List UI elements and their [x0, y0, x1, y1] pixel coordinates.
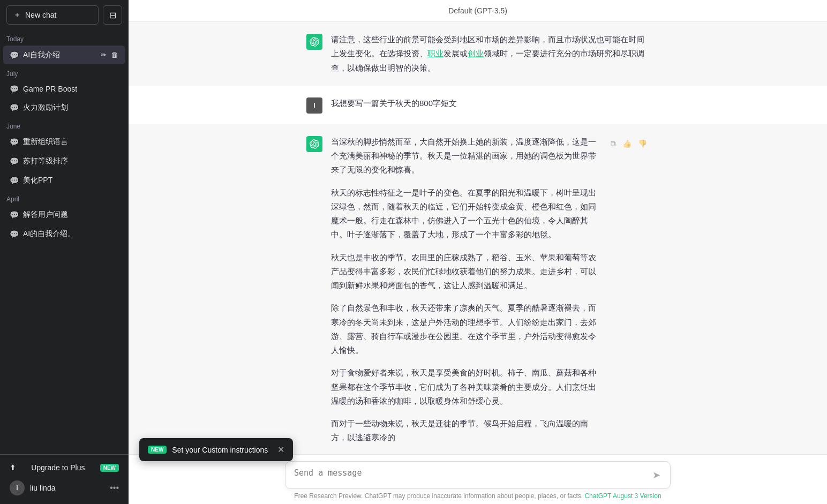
message-row: I 我想要写一篇关于秋天的800字短文: [129, 86, 827, 124]
chat-item-label: 解答用户问题: [23, 210, 119, 220]
sidebar-item-answer-user-question[interactable]: 💬 解答用户问题: [3, 206, 125, 224]
sidebar-header: ＋ New chat ⊟: [0, 0, 129, 30]
chat-icon: 💬: [10, 230, 19, 238]
avatar: l: [10, 480, 25, 495]
thumbs-down-button[interactable]: 👎: [636, 137, 649, 151]
chat-item-label: 美化PPT: [23, 176, 119, 185]
copy-message-button[interactable]: ⧉: [608, 137, 618, 151]
edit-chat-button[interactable]: ✏: [100, 50, 108, 60]
chat-item-actions: ✏ 🗑: [100, 50, 119, 60]
message-actions: ⧉ 👍 👎: [608, 137, 649, 151]
chat-item-label: AI自我介绍: [23, 50, 95, 60]
sidebar-item-su-ranking[interactable]: 💬 苏打等级排序: [3, 152, 125, 170]
chat-icon: 💬: [10, 157, 19, 166]
main-header: Default (GPT-3.5): [129, 0, 827, 22]
send-icon: ➤: [652, 469, 660, 481]
sidebar-item-fire-motivation[interactable]: 💬 火力激励计划: [3, 99, 125, 117]
chat-icon: 💬: [10, 85, 19, 93]
header-title: Default (GPT-3.5): [448, 6, 507, 15]
avatar-initial: l: [16, 484, 18, 492]
user-more-icon: •••: [110, 483, 119, 493]
input-container: ➤: [285, 461, 671, 489]
send-button[interactable]: ➤: [648, 467, 665, 484]
upgrade-label: Upgrade to Plus: [31, 463, 85, 472]
ai-avatar: [306, 34, 322, 50]
chat-icon: 💬: [10, 176, 19, 185]
chat-item-label: AI的自我介绍。: [23, 229, 119, 239]
upgrade-new-badge: NEW: [100, 464, 119, 472]
sidebar: ＋ New chat ⊟ Today 💬 AI自我介绍 ✏ 🗑 July 💬 G…: [0, 0, 129, 504]
toast-new-badge: NEW: [148, 446, 167, 454]
user-profile-row[interactable]: l liu linda •••: [3, 476, 125, 500]
plus-icon: ＋: [13, 10, 21, 20]
message-text: 我想要写一篇关于秋天的800字短文: [331, 96, 649, 110]
message-row: 请注意，这些行业的前景可能会受到地区和市场的差异影响，而且市场状况也可能在时间上…: [129, 22, 827, 86]
user-name-label: liu linda: [30, 484, 104, 492]
chat-item-label: 重新组织语言: [23, 137, 119, 147]
message-row: 当深秋的脚步悄然而至，大自然开始换上她的新装，温度逐渐降低，这是一个充满美丽和神…: [129, 124, 827, 454]
sidebar-item-beautify-ppt[interactable]: 💬 美化PPT: [3, 171, 125, 190]
section-april-label: April: [0, 190, 129, 205]
chat-icon: 💬: [10, 103, 19, 112]
message-content: 我想要写一篇关于秋天的800字短文: [331, 96, 649, 110]
toast-notification: NEW Set your Custom instructions ✕: [139, 438, 293, 461]
toggle-sidebar-button[interactable]: ⊟: [103, 5, 122, 25]
chat-icon: 💬: [10, 210, 19, 219]
footer-disclaimer: Free Research Preview. ChatGPT may produ…: [294, 492, 583, 500]
chat-icon: 💬: [10, 51, 19, 59]
thumbs-up-button[interactable]: 👍: [620, 137, 634, 151]
upgrade-to-plus-button[interactable]: ⬆ Upgrade to Plus NEW: [3, 459, 125, 476]
chat-item-label: 火力激励计划: [23, 103, 119, 112]
delete-chat-button[interactable]: 🗑: [110, 50, 119, 60]
input-area: ➤ Free Research Preview. ChatGPT may pro…: [129, 454, 827, 504]
toast-message: Set your Custom instructions: [172, 446, 268, 454]
sidebar-item-reorganize-language[interactable]: 💬 重新组织语言: [3, 133, 125, 151]
message-inner: 请注意，这些行业的前景可能会受到地区和市场的差异影响，而且市场状况也可能在时间上…: [285, 33, 671, 75]
message-content: 当深秋的脚步悄然而至，大自然开始换上她的新装，温度逐渐降低，这是一个充满美丽和神…: [331, 135, 600, 445]
new-chat-label: New chat: [25, 11, 56, 19]
upgrade-icon: ⬆: [10, 463, 16, 472]
footer-text: Free Research Preview. ChatGPT may produ…: [285, 492, 671, 500]
message-inner: I 我想要写一篇关于秋天的800字短文: [285, 96, 671, 114]
sidebar-item-ai-self-intro-today[interactable]: 💬 AI自我介绍 ✏ 🗑: [3, 46, 125, 64]
section-july-label: July: [0, 65, 129, 80]
user-message-avatar: I: [306, 97, 322, 114]
main-content: Default (GPT-3.5) 请注意，这些行业的前景可能会受到地区和市场的…: [129, 0, 827, 504]
toast-close-button[interactable]: ✕: [277, 445, 284, 455]
sidebar-toggle-icon: ⊟: [109, 10, 116, 20]
close-icon: ✕: [277, 445, 284, 454]
sidebar-item-game-pr-boost[interactable]: 💬 Game PR Boost: [3, 80, 125, 97]
chat-messages[interactable]: 请注意，这些行业的前景可能会受到地区和市场的差异影响，而且市场状况也可能在时间上…: [129, 22, 827, 454]
chat-item-label: 苏打等级排序: [23, 156, 119, 166]
ai-avatar: [306, 136, 322, 152]
message-input[interactable]: [285, 462, 670, 488]
sidebar-bottom: ⬆ Upgrade to Plus NEW l liu linda •••: [0, 454, 129, 504]
section-today-label: Today: [0, 30, 129, 45]
sidebar-item-ai-self-intro-april[interactable]: 💬 AI的自我介绍。: [3, 225, 125, 243]
message-inner: 当深秋的脚步悄然而至，大自然开始换上她的新装，温度逐渐降低，这是一个充满美丽和神…: [285, 135, 671, 445]
message-content: 请注意，这些行业的前景可能会受到地区和市场的差异影响，而且市场状况也可能在时间上…: [331, 33, 649, 75]
chat-item-label: Game PR Boost: [23, 85, 119, 93]
chatgpt-version-link[interactable]: ChatGPT August 3 Version: [584, 492, 661, 500]
section-june-label: June: [0, 117, 129, 132]
new-chat-button[interactable]: ＋ New chat: [6, 5, 99, 25]
chat-icon: 💬: [10, 138, 19, 146]
